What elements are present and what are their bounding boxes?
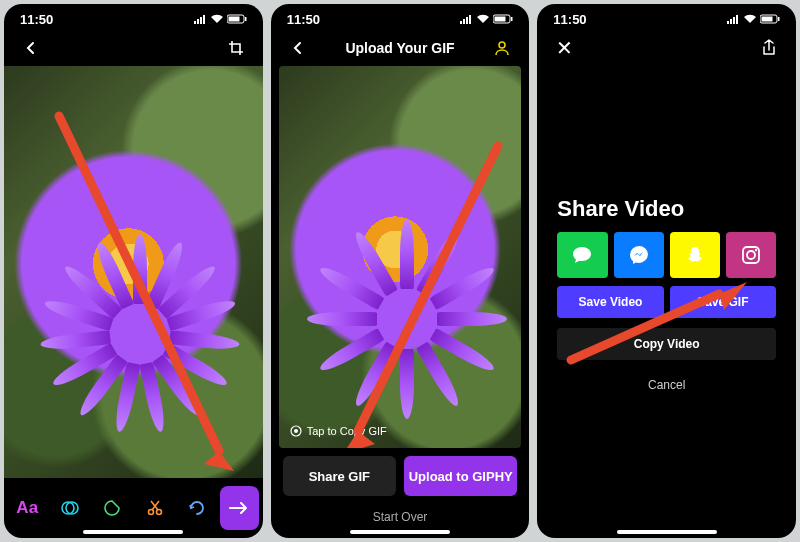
svg-rect-11 <box>511 17 513 21</box>
sticker-tool[interactable] <box>93 488 131 528</box>
home-indicator <box>83 530 183 534</box>
status-bar: 11:50 <box>271 4 530 30</box>
instagram-tile[interactable] <box>726 232 776 278</box>
phone-screen-editor: 11:50 <box>4 4 263 538</box>
svg-rect-2 <box>245 17 247 21</box>
editor-canvas[interactable] <box>4 66 263 478</box>
close-icon[interactable]: ✕ <box>551 35 577 61</box>
back-icon[interactable] <box>285 35 311 61</box>
status-icons <box>726 14 780 24</box>
nav-bar <box>4 30 263 66</box>
phone-screen-share: 11:50 ✕ Share Video <box>537 4 796 538</box>
tap-copy-label: Tap to Copy GIF <box>307 425 387 437</box>
crop-icon[interactable] <box>223 35 249 61</box>
save-video-button[interactable]: Save Video <box>557 286 663 318</box>
gif-preview[interactable]: Tap to Copy GIF <box>279 66 522 448</box>
snapchat-tile[interactable] <box>670 232 720 278</box>
save-row: Save Video Save GIF <box>537 278 796 324</box>
messages-tile[interactable] <box>557 232 607 278</box>
cancel-button[interactable]: Cancel <box>537 364 796 406</box>
phone-screen-upload: 11:50 Upload Your GIF <box>271 4 530 538</box>
upload-giphy-button[interactable]: Upload to GIPHY <box>404 456 517 496</box>
status-time: 11:50 <box>553 12 586 27</box>
home-indicator <box>617 530 717 534</box>
next-button[interactable] <box>220 486 258 530</box>
profile-icon[interactable] <box>489 35 515 61</box>
status-bar: 11:50 <box>4 4 263 30</box>
svg-point-22 <box>755 249 757 251</box>
home-indicator <box>350 530 450 534</box>
svg-rect-1 <box>228 17 239 22</box>
share-sheet: Share Video Save Video Save GIF Copy Vid… <box>537 66 796 538</box>
status-bar: 11:50 <box>537 4 796 30</box>
svg-rect-19 <box>778 17 780 21</box>
tap-to-copy[interactable]: Tap to Copy GIF <box>289 424 387 438</box>
svg-point-14 <box>294 429 298 433</box>
svg-rect-18 <box>762 17 773 22</box>
status-icons <box>459 14 513 24</box>
loop-tool[interactable] <box>178 488 216 528</box>
share-title: Share Video <box>537 196 796 232</box>
share-apps <box>537 232 796 278</box>
text-tool[interactable]: Aa <box>8 488 46 528</box>
share-icon[interactable] <box>756 35 782 61</box>
messenger-tile[interactable] <box>614 232 664 278</box>
nav-bar: Upload Your GIF <box>271 30 530 66</box>
back-icon[interactable] <box>18 35 44 61</box>
page-title: Upload Your GIF <box>311 40 490 56</box>
filter-tool[interactable] <box>50 488 88 528</box>
copy-video-button[interactable]: Copy Video <box>557 328 776 360</box>
status-icons <box>193 14 247 24</box>
svg-rect-10 <box>495 17 506 22</box>
editor-toolbar: Aa <box>4 478 263 538</box>
trim-tool[interactable] <box>135 488 173 528</box>
action-buttons: Share GIF Upload to GIPHY <box>271 448 530 504</box>
save-gif-button[interactable]: Save GIF <box>670 286 776 318</box>
status-time: 11:50 <box>20 12 53 27</box>
status-time: 11:50 <box>287 12 320 27</box>
svg-point-12 <box>499 42 505 48</box>
share-gif-button[interactable]: Share GIF <box>283 456 396 496</box>
svg-point-21 <box>747 251 755 259</box>
nav-bar: ✕ <box>537 30 796 66</box>
